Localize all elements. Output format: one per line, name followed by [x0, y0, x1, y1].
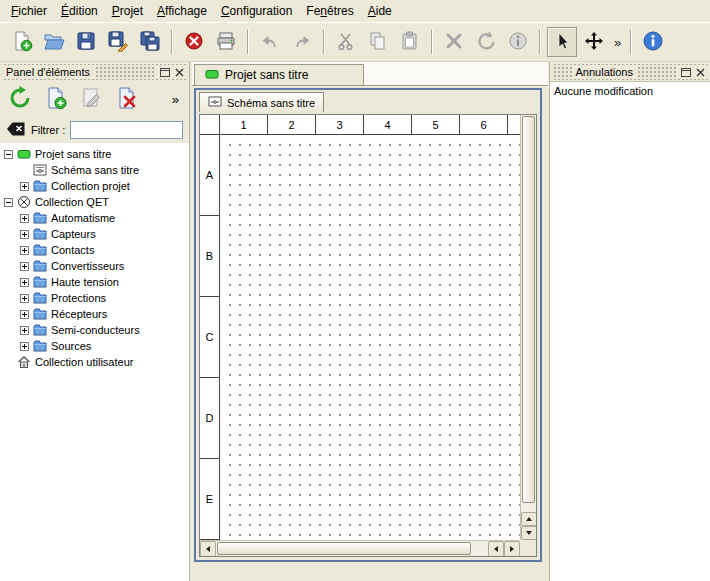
horizontal-scrollbar[interactable] — [200, 540, 520, 556]
filter-input[interactable] — [70, 121, 183, 139]
tree-item-label: Haute tension — [51, 276, 119, 288]
elements-toolbar-overflow-button[interactable]: » — [172, 92, 183, 107]
about-button[interactable] — [638, 27, 668, 57]
undo-button[interactable] — [255, 27, 285, 57]
open-project-button[interactable] — [39, 27, 69, 57]
expand-icon[interactable] — [20, 214, 29, 223]
vertical-scroll-thumb[interactable] — [522, 116, 535, 503]
tree-item-recepteurs[interactable]: Récepteurs — [0, 306, 189, 322]
reload-collections-button[interactable] — [6, 85, 34, 113]
tree-item-semi-conducteurs[interactable]: Semi-conducteurs — [0, 322, 189, 338]
tree-item-contacts[interactable]: Contacts — [0, 242, 189, 258]
tree-item-collection-projet[interactable]: Collection projet — [0, 178, 189, 194]
collapse-icon[interactable] — [4, 198, 13, 207]
cut-button[interactable] — [331, 27, 361, 57]
save-button[interactable] — [71, 27, 101, 57]
schema-tab-label: Schéma sans titre — [227, 97, 315, 109]
horizontal-scroll-thumb[interactable] — [217, 542, 471, 555]
vertical-scroll-track[interactable] — [521, 115, 536, 512]
toolbar-overflow-button[interactable]: » — [610, 35, 625, 50]
menu-configuration[interactable]: Configuration — [214, 1, 299, 21]
elements-panel-titlebar[interactable]: Panel d'éléments — [2, 64, 187, 80]
tab-projet-sans-titre[interactable]: Projet sans titre — [194, 64, 364, 86]
scroll-up-button[interactable] — [521, 512, 537, 526]
collapse-icon[interactable] — [4, 150, 13, 159]
expand-icon[interactable] — [20, 326, 29, 335]
toolbar-separator — [171, 30, 173, 54]
folder-icon — [33, 339, 47, 353]
tree-item-projet-sans-titre[interactable]: Projet sans titre — [0, 146, 189, 162]
row-label: D — [200, 378, 219, 459]
tree-item-automatisme[interactable]: Automatisme — [0, 210, 189, 226]
menu-affichage[interactable]: Affichage — [150, 1, 214, 21]
save-as-icon — [107, 30, 129, 54]
menu-projet[interactable]: Projet — [105, 1, 150, 21]
edit-element-button[interactable] — [78, 85, 106, 113]
new-element-button[interactable] — [42, 85, 70, 113]
save-as-button[interactable] — [103, 27, 133, 57]
scroll-mode-button[interactable] — [579, 27, 609, 57]
expand-icon[interactable] — [20, 262, 29, 271]
paste-button[interactable] — [395, 27, 425, 57]
dock-close-button[interactable] — [172, 65, 187, 79]
toolbar-separator — [323, 30, 325, 54]
paste-icon — [399, 30, 421, 54]
undo-history-list[interactable]: Aucune modification — [550, 81, 710, 581]
project-tab-bar: Projet sans titre — [192, 62, 548, 86]
tree-item-sources[interactable]: Sources — [0, 338, 189, 354]
copy-button[interactable] — [363, 27, 393, 57]
delete-button[interactable] — [439, 27, 469, 57]
close-file-button[interactable] — [179, 27, 209, 57]
undo-dock-titlebar[interactable]: Annulations — [552, 64, 708, 80]
vertical-scrollbar[interactable] — [520, 115, 536, 540]
scroll-left-button-2[interactable] — [488, 541, 504, 557]
object-info-button[interactable] — [503, 27, 533, 57]
expand-icon[interactable] — [20, 342, 29, 351]
expand-icon[interactable] — [20, 294, 29, 303]
redo-button[interactable] — [287, 27, 317, 57]
right-arrow-icon — [510, 546, 514, 552]
tree-item-label: Capteurs — [51, 228, 96, 240]
tree-item-schema-sans-titre[interactable]: Schéma sans titre — [0, 162, 189, 178]
tree-item-collection-utilisateur[interactable]: Collection utilisateur — [0, 354, 189, 370]
expand-icon[interactable] — [20, 182, 29, 191]
dock-float-button[interactable] — [157, 65, 172, 79]
scroll-left-button[interactable] — [200, 541, 216, 557]
save-all-button[interactable] — [135, 27, 165, 57]
toolbar-separator — [431, 30, 433, 54]
delete-element-button[interactable] — [114, 85, 142, 113]
up-arrow-icon — [526, 517, 532, 521]
tree-item-label: Semi-conducteurs — [51, 324, 140, 336]
tree-item-haute-tension[interactable]: Haute tension — [0, 274, 189, 290]
horizontal-scroll-track[interactable] — [216, 541, 488, 556]
scroll-down-button[interactable] — [521, 526, 537, 540]
tree-item-label: Contacts — [51, 244, 94, 256]
undo-dock: Annulations Aucune modification — [549, 62, 710, 581]
folder-icon — [33, 227, 47, 241]
expand-icon[interactable] — [20, 230, 29, 239]
clear-filter-button[interactable] — [6, 121, 26, 140]
print-button[interactable] — [211, 27, 241, 57]
new-project-button[interactable] — [7, 27, 37, 57]
tree-item-collection-qet[interactable]: Collection QET — [0, 194, 189, 210]
rotate-button[interactable] — [471, 27, 501, 57]
expand-icon[interactable] — [20, 246, 29, 255]
menu-fenetres[interactable]: Fenêtres — [299, 1, 360, 21]
tree-item-protections[interactable]: Protections — [0, 290, 189, 306]
undo-dock-title: Annulations — [572, 66, 638, 78]
elements-panel-dock: Panel d'éléments » Filtrer : Projet sans… — [0, 62, 190, 581]
schema-canvas[interactable] — [221, 136, 520, 540]
select-mode-button[interactable] — [547, 27, 577, 57]
menu-edition[interactable]: Édition — [54, 1, 105, 21]
tab-schema-sans-titre[interactable]: Schéma sans titre — [199, 92, 324, 112]
dock-close-button[interactable] — [693, 65, 708, 79]
scroll-right-button[interactable] — [504, 541, 520, 557]
dock-float-button[interactable] — [678, 65, 693, 79]
menu-aide[interactable]: Aide — [361, 1, 399, 21]
expand-icon[interactable] — [20, 278, 29, 287]
expand-icon[interactable] — [20, 310, 29, 319]
tree-item-convertisseurs[interactable]: Convertisseurs — [0, 258, 189, 274]
row-label: C — [200, 297, 219, 378]
tree-item-capteurs[interactable]: Capteurs — [0, 226, 189, 242]
menu-fichier[interactable]: Fichier — [4, 1, 54, 21]
